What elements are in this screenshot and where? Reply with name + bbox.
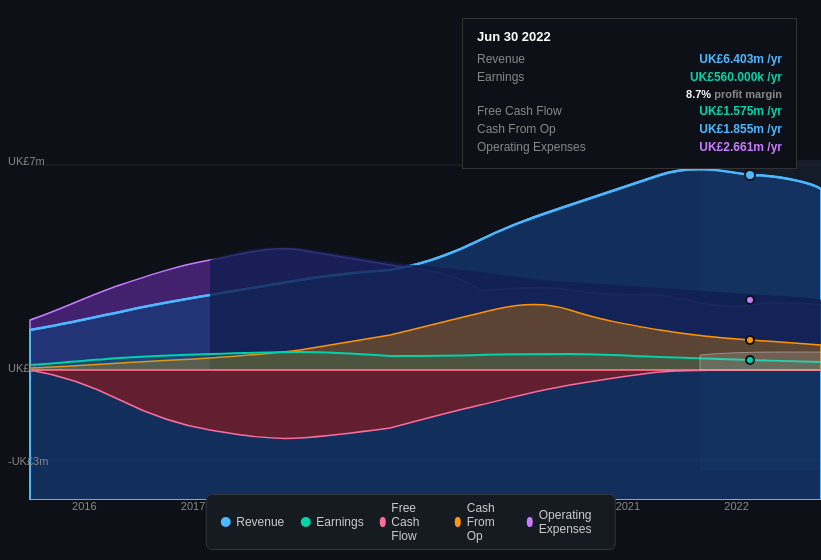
legend-dot-opex — [527, 517, 533, 527]
legend-item-opex[interactable]: Operating Expenses — [527, 508, 601, 536]
x-label-2022: 2022 — [724, 500, 748, 512]
x-label-2021: 2021 — [616, 500, 640, 512]
legend-label-fcf: Free Cash Flow — [391, 501, 439, 543]
y-label-top: UK£7m — [8, 155, 45, 167]
y-label-mid: UK£0 — [8, 362, 36, 374]
legend-item-earnings[interactable]: Earnings — [300, 515, 363, 529]
y-label-bot: -UK£3m — [8, 455, 48, 467]
tooltip-value-cfo: UK£1.855m /yr — [699, 122, 782, 136]
legend-dot-fcf — [380, 517, 386, 527]
tooltip-value-revenue: UK£6.403m /yr — [699, 52, 782, 66]
tooltip-value-fcf: UK£1.575m /yr — [699, 104, 782, 118]
tooltip-row-opex: Operating Expenses UK£2.661m /yr — [477, 140, 782, 154]
svg-point-5 — [745, 170, 755, 180]
tooltip-label-earnings: Earnings — [477, 70, 524, 84]
svg-point-7 — [746, 336, 754, 344]
tooltip-row-revenue: Revenue UK£6.403m /yr — [477, 52, 782, 66]
tooltip-label-fcf: Free Cash Flow — [477, 104, 562, 118]
tooltip-label-revenue: Revenue — [477, 52, 525, 66]
legend-item-fcf[interactable]: Free Cash Flow — [380, 501, 439, 543]
svg-point-6 — [746, 296, 754, 304]
legend-label-opex: Operating Expenses — [539, 508, 601, 536]
tooltip: Jun 30 2022 Revenue UK£6.403m /yr Earnin… — [462, 18, 797, 169]
svg-point-8 — [746, 356, 754, 364]
legend-dot-earnings — [300, 517, 310, 527]
legend-label-cfo: Cash From Op — [467, 501, 511, 543]
tooltip-title: Jun 30 2022 — [477, 29, 782, 44]
tooltip-profit-margin: 8.7% profit margin — [477, 88, 782, 100]
x-label-2017: 2017 — [181, 500, 205, 512]
tooltip-value-earnings: UK£560.000k /yr — [690, 70, 782, 84]
tooltip-label-opex: Operating Expenses — [477, 140, 586, 154]
tooltip-row-earnings: Earnings UK£560.000k /yr — [477, 70, 782, 84]
legend-label-revenue: Revenue — [236, 515, 284, 529]
legend-item-cfo[interactable]: Cash From Op — [455, 501, 511, 543]
chart-legend: Revenue Earnings Free Cash Flow Cash Fro… — [205, 494, 616, 550]
legend-item-revenue[interactable]: Revenue — [220, 515, 284, 529]
legend-label-earnings: Earnings — [316, 515, 363, 529]
x-label-2016: 2016 — [72, 500, 96, 512]
legend-dot-cfo — [455, 517, 461, 527]
tooltip-value-opex: UK£2.661m /yr — [699, 140, 782, 154]
tooltip-row-cfo: Cash From Op UK£1.855m /yr — [477, 122, 782, 136]
legend-dot-revenue — [220, 517, 230, 527]
tooltip-row-fcf: Free Cash Flow UK£1.575m /yr — [477, 104, 782, 118]
chart-container: UK£7m UK£0 -UK£3m 2016 2017 2018 2019 20… — [0, 0, 821, 560]
tooltip-label-cfo: Cash From Op — [477, 122, 556, 136]
